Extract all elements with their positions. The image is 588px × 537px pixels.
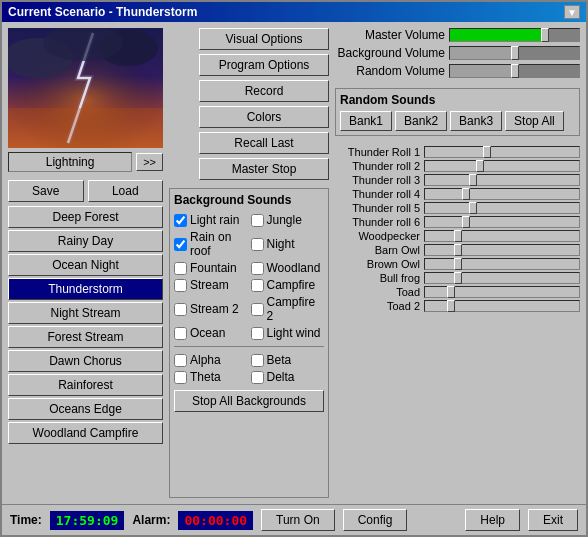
- config-button[interactable]: Config: [343, 509, 408, 531]
- sound-checkbox[interactable]: [174, 303, 187, 316]
- sound-slider-input[interactable]: [424, 258, 580, 270]
- sound-slider-input[interactable]: [424, 160, 580, 172]
- preview-label: Lightning: [8, 152, 132, 172]
- sound-item: Stream 2: [174, 295, 248, 323]
- sound-item: Woodland: [251, 261, 325, 275]
- window-title: Current Scenario - Thunderstorm: [8, 5, 197, 19]
- right-panel: Master Volume Background Volume Random V…: [335, 28, 580, 498]
- colors-button[interactable]: Colors: [199, 106, 329, 128]
- sound-slider-input[interactable]: [424, 202, 580, 214]
- bank3-button[interactable]: Bank3: [450, 111, 502, 131]
- record-button[interactable]: Record: [199, 80, 329, 102]
- scenario-item[interactable]: Forest Stream: [8, 326, 163, 348]
- sound-slider-label: Thunder roll 3: [335, 174, 420, 186]
- bank-row: Bank1 Bank2 Bank3 Stop All: [340, 111, 575, 131]
- sound-slider-input[interactable]: [424, 188, 580, 200]
- scenario-item[interactable]: Thunderstorm: [8, 278, 163, 300]
- left-panel: Lightning >> Save Load Deep ForestRainy …: [8, 28, 163, 498]
- stop-all-backgrounds-button[interactable]: Stop All Backgrounds: [174, 390, 324, 412]
- bank2-button[interactable]: Bank2: [395, 111, 447, 131]
- sound-label: Night: [267, 237, 295, 251]
- sound-slider-row: Barn Owl: [335, 244, 580, 256]
- greek-label: Delta: [267, 370, 295, 384]
- window-dropdown-btn[interactable]: ▼: [564, 5, 580, 19]
- greek-checkbox[interactable]: [251, 371, 264, 384]
- greek-label: Beta: [267, 353, 292, 367]
- scenario-item[interactable]: Night Stream: [8, 302, 163, 324]
- sound-item: Night: [251, 230, 325, 258]
- sound-checkbox[interactable]: [251, 303, 264, 316]
- scenario-item[interactable]: Woodland Campfire: [8, 422, 163, 444]
- scenario-item[interactable]: Ocean Night: [8, 254, 163, 276]
- greek-checkbox[interactable]: [174, 354, 187, 367]
- scenario-item[interactable]: Deep Forest: [8, 206, 163, 228]
- program-options-button[interactable]: Program Options: [199, 54, 329, 76]
- greek-checkbox[interactable]: [251, 354, 264, 367]
- alarm-label: Alarm:: [132, 513, 170, 527]
- bg-volume-slider[interactable]: [449, 46, 580, 60]
- sound-checkbox[interactable]: [174, 279, 187, 292]
- sound-slider-input[interactable]: [424, 146, 580, 158]
- sound-checkbox[interactable]: [174, 214, 187, 227]
- stop-all-bank-button[interactable]: Stop All: [505, 111, 564, 131]
- sound-checkbox[interactable]: [251, 238, 264, 251]
- sound-slider-input[interactable]: [424, 216, 580, 228]
- visual-options-button[interactable]: Visual Options: [199, 28, 329, 50]
- master-stop-button[interactable]: Master Stop: [199, 158, 329, 180]
- sounds-divider: [174, 346, 324, 347]
- master-volume-slider[interactable]: [449, 28, 580, 42]
- alarm-display: 00:00:00: [178, 511, 253, 530]
- help-button[interactable]: Help: [465, 509, 520, 531]
- sound-slider-input[interactable]: [424, 174, 580, 186]
- greek-item: Theta: [174, 370, 248, 384]
- greek-grid: AlphaBetaThetaDelta: [174, 353, 324, 384]
- sound-checkbox[interactable]: [251, 262, 264, 275]
- turn-on-button[interactable]: Turn On: [261, 509, 335, 531]
- sound-label: Stream: [190, 278, 229, 292]
- sound-label: Stream 2: [190, 302, 239, 316]
- sound-slider-input[interactable]: [424, 244, 580, 256]
- recall-last-button[interactable]: Recall Last: [199, 132, 329, 154]
- random-sounds-title: Random Sounds: [340, 93, 575, 107]
- volume-section: Master Volume Background Volume Random V…: [335, 28, 580, 78]
- greek-checkbox[interactable]: [174, 371, 187, 384]
- sound-slider-input[interactable]: [424, 300, 580, 312]
- sound-slider-label: Thunder Roll 1: [335, 146, 420, 158]
- sound-slider-row: Toad 2: [335, 300, 580, 312]
- scenario-item[interactable]: Dawn Chorus: [8, 350, 163, 372]
- scenario-item[interactable]: Oceans Edge: [8, 398, 163, 420]
- scenario-item[interactable]: Rainy Day: [8, 230, 163, 252]
- sound-item: Light rain: [174, 213, 248, 227]
- bank1-button[interactable]: Bank1: [340, 111, 392, 131]
- sound-slider-row: Thunder roll 6: [335, 216, 580, 228]
- sound-item: Rain on roof: [174, 230, 248, 258]
- load-button[interactable]: Load: [88, 180, 164, 202]
- sound-checkbox[interactable]: [174, 262, 187, 275]
- sound-slider-input[interactable]: [424, 230, 580, 242]
- sound-item: Fountain: [174, 261, 248, 275]
- greek-label: Alpha: [190, 353, 221, 367]
- save-button[interactable]: Save: [8, 180, 84, 202]
- sound-slider-row: Thunder roll 5: [335, 202, 580, 214]
- sound-checkbox[interactable]: [251, 279, 264, 292]
- preview-arrow-btn[interactable]: >>: [136, 153, 163, 171]
- master-volume-label: Master Volume: [335, 28, 445, 42]
- random-volume-slider[interactable]: [449, 64, 580, 78]
- greek-item: Alpha: [174, 353, 248, 367]
- exit-button[interactable]: Exit: [528, 509, 578, 531]
- sound-label: Fountain: [190, 261, 237, 275]
- middle-panel: Visual Options Program Options Record Co…: [169, 28, 329, 498]
- sound-slider-input[interactable]: [424, 286, 580, 298]
- sound-slider-input[interactable]: [424, 272, 580, 284]
- sound-slider-row: Thunder Roll 1: [335, 146, 580, 158]
- greek-label: Theta: [190, 370, 221, 384]
- time-label: Time:: [10, 513, 42, 527]
- sound-checkbox[interactable]: [174, 238, 187, 251]
- scenario-item[interactable]: Rainforest: [8, 374, 163, 396]
- sound-checkbox[interactable]: [251, 327, 264, 340]
- sound-slider-label: Woodpecker: [335, 230, 420, 242]
- sound-label: Woodland: [267, 261, 321, 275]
- bg-sounds-section: Background Sounds Light rainJungleRain o…: [169, 188, 329, 498]
- sound-checkbox[interactable]: [174, 327, 187, 340]
- sound-checkbox[interactable]: [251, 214, 264, 227]
